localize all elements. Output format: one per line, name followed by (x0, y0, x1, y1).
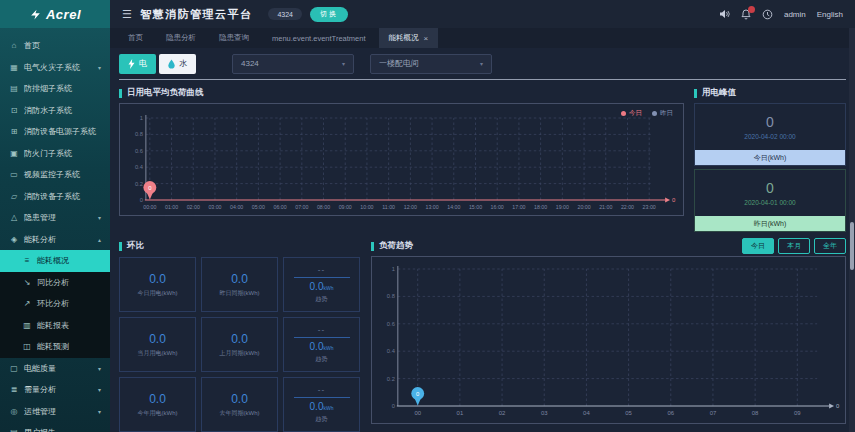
tab-隐患查询[interactable]: 隐患查询 (209, 28, 259, 48)
sidebar-item-label: 能耗概况 (37, 255, 69, 266)
ops-mgmt-icon: ◎ (9, 407, 19, 416)
huanbi-value: 0.0 (149, 272, 166, 286)
legend-item-今日[interactable]: 今日 (621, 109, 642, 118)
username-label[interactable]: admin (784, 10, 806, 19)
svg-text:13:00: 13:00 (425, 204, 438, 210)
sidebar-item-user-report[interactable]: ▤用户报告 (0, 422, 110, 432)
sidebar-item-label: 视频监控子系统 (24, 169, 80, 180)
huanbi-label: 当月用电(kWh) (138, 349, 178, 358)
sidebar-item-fire-power[interactable]: ⊞消防设备电源子系统 (0, 121, 110, 143)
peak-yesterday-value: 0 (766, 180, 774, 196)
svg-text:05:00: 05:00 (252, 204, 265, 210)
bell-icon[interactable] (741, 9, 751, 20)
room-select[interactable]: 一楼配电间 ▾ (370, 54, 492, 74)
load-trend-range-buttons: 今日本月全年 (742, 238, 846, 254)
hazard-mgmt-icon: △ (9, 213, 19, 222)
language-switch[interactable]: English (817, 10, 843, 19)
sidebar-item-energy-overview[interactable]: ≡能耗概况 (0, 250, 110, 272)
sidebar-item-demand-analysis[interactable]: ≣需量分析▾ (0, 379, 110, 401)
svg-text:0.2: 0.2 (387, 376, 395, 382)
sidebar-item-home[interactable]: ⌂首页 (0, 35, 110, 57)
sidebar-collapse-icon[interactable]: ☰ (122, 8, 132, 21)
trend-divider (294, 337, 350, 338)
sidebar-item-label: 消防水子系统 (24, 105, 72, 116)
bolt-icon (128, 59, 135, 69)
trend-divider (294, 397, 350, 398)
sidebar-item-energy-forecast[interactable]: ◫能耗预测 (0, 336, 110, 358)
sidebar-item-label: 首页 (24, 40, 40, 51)
svg-text:11:00: 11:00 (382, 204, 395, 210)
load-trend-section: 负荷趋势 今日本月全年 00.20.40.60.8100010203040506… (371, 239, 846, 432)
peak-section: 用电峰值 0 2020-04-02 00:00 今日(kWh) 0 (694, 86, 846, 232)
sidebar-item-mom-analysis[interactable]: ↗环比分析 (0, 293, 110, 315)
range-button-今日[interactable]: 今日 (742, 238, 774, 254)
svg-text:00: 00 (414, 410, 421, 416)
load-trend-chart[interactable]: 00.20.40.60.810001020304050607080900 (372, 257, 845, 423)
svg-text:02: 02 (499, 410, 506, 416)
trend-label: 趋势 (316, 415, 328, 424)
svg-text:1: 1 (140, 115, 143, 121)
close-icon[interactable]: × (424, 34, 429, 43)
sidebar-item-label: 防火门子系统 (24, 148, 72, 159)
sidebar-item-energy-analysis[interactable]: ◈能耗分析▴ (0, 229, 110, 251)
huanbi-title: 环比 (127, 240, 144, 252)
svg-text:0.4: 0.4 (387, 348, 396, 354)
daily-load-chart[interactable]: 00.20.40.60.8100:0001:0002:0003:0004:000… (120, 104, 683, 215)
peak-today-date: 2020-04-02 00:00 (744, 133, 795, 140)
range-button-全年[interactable]: 全年 (814, 238, 846, 254)
sidebar-item-fire-door[interactable]: ▣防火门子系统 (0, 143, 110, 165)
sidebar-item-fire-device[interactable]: ▱消防设备子系统 (0, 186, 110, 208)
tab-隐患分析[interactable]: 隐患分析 (156, 28, 206, 48)
sidebar-item-video-monitor[interactable]: ▭视频监控子系统 (0, 164, 110, 186)
svg-text:21:00: 21:00 (599, 204, 612, 210)
svg-text:16:00: 16:00 (491, 204, 504, 210)
sidebar-item-electrical-fire[interactable]: ▦电气火灾子系统▾ (0, 57, 110, 79)
huanbi-value: 0.0 (231, 392, 248, 406)
energy-analysis-icon: ◈ (9, 235, 19, 244)
scrollbar-thumb[interactable] (850, 222, 854, 270)
trend-placeholder: -- (318, 325, 325, 334)
sidebar-item-ops-mgmt[interactable]: ◎运维管理▾ (0, 401, 110, 423)
svg-text:02:00: 02:00 (187, 204, 200, 210)
sidebar-item-label: 需量分析 (24, 384, 56, 395)
range-button-本月[interactable]: 本月 (778, 238, 810, 254)
water-toggle-button[interactable]: 水 (159, 54, 196, 74)
speaker-icon[interactable] (719, 9, 730, 19)
svg-text:0.6: 0.6 (387, 321, 395, 327)
svg-text:01: 01 (457, 410, 464, 416)
section-accent-bar (119, 89, 122, 98)
chevron-down-icon: ▾ (98, 386, 101, 393)
legend-item-昨日[interactable]: 昨日 (652, 109, 673, 118)
electric-toggle-button[interactable]: 电 (119, 54, 156, 74)
tab-label: menu.event.eventTreatment (272, 34, 366, 43)
load-trend-title: 负荷趋势 (379, 240, 413, 252)
sidebar-item-hazard-mgmt[interactable]: △隐患管理▾ (0, 207, 110, 229)
tab-首页[interactable]: 首页 (118, 28, 153, 48)
svg-text:12:00: 12:00 (404, 204, 417, 210)
sidebar-item-energy-report[interactable]: ▥能耗报表 (0, 315, 110, 337)
device-select[interactable]: 4324 ▾ (232, 54, 354, 74)
svg-text:09:00: 09:00 (339, 204, 352, 210)
app-logo: Acrel (0, 0, 110, 28)
huanbi-grid: 0.0今日用电(kWh)0.0昨日同期(kWh)--0.0kWh趋势0.0当月用… (119, 257, 361, 432)
sidebar-item-label: 同比分析 (37, 277, 69, 288)
tab-menu.event.eventTreatment[interactable]: menu.event.eventTreatment (262, 28, 376, 48)
sidebar-item-smoke-control[interactable]: ▤防排烟子系统 (0, 78, 110, 100)
sidebar-item-yoy-analysis[interactable]: ↘同比分析 (0, 272, 110, 294)
svg-text:04:00: 04:00 (230, 204, 243, 210)
electric-toggle-label: 电 (139, 58, 147, 69)
svg-text:01:00: 01:00 (165, 204, 178, 210)
huanbi-trend-card: --0.0kWh趋势 (283, 257, 360, 312)
svg-text:03:00: 03:00 (208, 204, 221, 210)
svg-text:00:00: 00:00 (143, 204, 156, 210)
sidebar-item-power-quality[interactable]: ▢电能质量▾ (0, 358, 110, 380)
sidebar-item-fire-water[interactable]: ⊡消防水子系统 (0, 100, 110, 122)
tab-能耗概况[interactable]: 能耗概况× (379, 28, 439, 48)
svg-text:07: 07 (710, 410, 717, 416)
huanbi-section: 环比 0.0今日用电(kWh)0.0昨日同期(kWh)--0.0kWh趋势0.0… (119, 239, 361, 432)
video-monitor-icon: ▭ (9, 170, 19, 179)
switch-button[interactable]: 切换 (310, 7, 348, 22)
huanbi-label: 去年同期(kWh) (220, 409, 260, 418)
clock-icon[interactable] (762, 9, 773, 20)
huanbi-value: 0.0 (231, 332, 248, 346)
